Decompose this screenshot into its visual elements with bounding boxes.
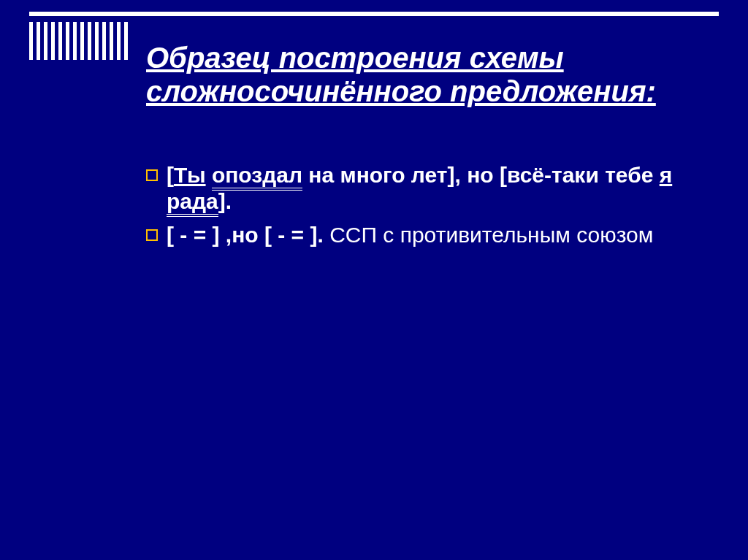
- mid-text: на много лет], но [: [302, 163, 507, 187]
- schema: [ - = ] ,но [ - = ].: [167, 223, 329, 247]
- bullet-2-text: [ - = ] ,но [ - = ]. ССП с противительны…: [167, 222, 690, 248]
- bullet-square-icon: [146, 229, 158, 241]
- bracket-open: [: [167, 163, 174, 187]
- bullet-square-icon: [146, 169, 158, 181]
- bullet-1-text: [Ты опоздал на много лет], но [всё-таки …: [167, 162, 690, 215]
- slide: Образец построения схемы сложносочинённо…: [0, 0, 748, 560]
- decorative-stripes: [29, 22, 128, 60]
- sentence-type: ССП с противительным союзом: [329, 223, 653, 247]
- bullet-2: [ - = ] ,но [ - = ]. ССП с противительны…: [146, 222, 690, 248]
- subject-2: я: [660, 163, 673, 187]
- top-rule: [29, 12, 719, 16]
- predicate-2: рада: [167, 189, 218, 217]
- bullet-1: [Ты опоздал на много лет], но [всё-таки …: [146, 162, 690, 215]
- conj-tail: всё-таки тебе: [507, 163, 660, 187]
- subject-1: Ты: [174, 163, 206, 187]
- slide-body: [Ты опоздал на много лет], но [всё-таки …: [146, 162, 690, 256]
- space-1: [206, 163, 212, 187]
- bracket-close: ].: [218, 189, 232, 213]
- slide-title: Образец построения схемы сложносочинённо…: [146, 41, 690, 108]
- predicate-1: опоздал: [212, 163, 302, 191]
